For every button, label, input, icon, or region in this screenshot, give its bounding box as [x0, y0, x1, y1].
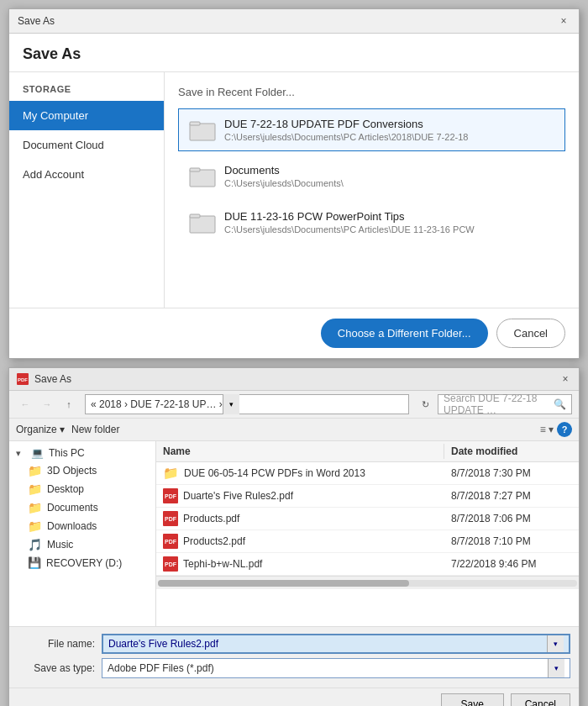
dialog2-cancel-button[interactable]: Cancel — [511, 693, 570, 706]
forward-button[interactable]: → — [38, 395, 56, 414]
save-label: Save — [460, 698, 483, 706]
pdf-icon-file1: PDF — [163, 488, 178, 503]
pdf-icon-file2: PDF — [163, 511, 178, 526]
file-table-header: Name Date modified — [156, 441, 579, 462]
col-date-header[interactable]: Date modified — [444, 444, 579, 459]
recent-folder-label: Save in Recent Folder... — [178, 86, 565, 98]
dialog2-titlebar-left: PDF Save As — [16, 372, 71, 386]
folder-name-1: Documents — [224, 164, 344, 176]
folder-path-1: C:\Users\julesds\Documents\ — [224, 178, 344, 188]
file-date-cell-0: 8/7/2018 7:30 PM — [444, 464, 579, 482]
file-date-cell-1: 8/7/2018 7:27 PM — [444, 487, 579, 505]
search-placeholder: Search DUE 7-22-18 UPDATE … — [444, 393, 554, 416]
nav-desktop[interactable]: 📁 Desktop — [9, 480, 155, 498]
horizontal-scrollbar[interactable] — [156, 576, 579, 589]
filename-input[interactable]: Duarte's Five Rules2.pdf ▾ — [102, 634, 570, 654]
file-row-3[interactable]: PDF Products2.pdf 8/7/2018 7:10 PM — [156, 530, 579, 553]
nav-downloads[interactable]: 📁 Downloads — [9, 517, 155, 535]
folder-icon-music: 🎵 — [28, 538, 42, 551]
folder-info-0: DUE 7-22-18 UPDATE PDF Conversions C:\Us… — [224, 118, 468, 142]
nav-this-pc[interactable]: ▾ 💻 This PC — [9, 445, 155, 461]
left-panel: ▾ 💻 This PC 📁 3D Objects 📁 Desktop 📁 Doc… — [9, 441, 156, 626]
view-icon-button[interactable]: ≡ ▾ — [540, 424, 554, 435]
right-panel: Name Date modified 📁 DUE 06-05-14 PCW PD… — [156, 441, 579, 626]
hscroll-thumb — [158, 580, 409, 587]
pdf-icon-file4: PDF — [163, 556, 178, 572]
dialog1-heading: Save As — [9, 34, 579, 72]
sidebar-item-add-account[interactable]: Add Account — [9, 160, 164, 189]
windows-save-as-dialog: PDF Save As × ← → ↑ « 2018 › DUE 7-22-18… — [8, 367, 580, 706]
filename-value: Duarte's Five Rules2.pdf — [108, 638, 547, 650]
svg-rect-0 — [190, 124, 215, 140]
address-dropdown-btn[interactable]: ▾ — [223, 394, 239, 414]
filetype-value: Adobe PDF Files (*.pdf) — [108, 662, 548, 674]
folder-path-0: C:\Users\julesds\Documents\PC Articles\2… — [224, 132, 468, 142]
dialog1-body: Storage My Computer Document Cloud Add A… — [9, 72, 579, 308]
nav-recovery[interactable]: 💾 RECOVERY (D:) — [9, 554, 155, 572]
nav-music[interactable]: 🎵 Music — [9, 535, 155, 554]
file-name-cell-0: 📁 DUE 06-05-14 PCW PDFs in Word 2013 — [156, 462, 444, 484]
choose-folder-button[interactable]: Choose a Different Folder... — [321, 319, 488, 348]
refresh-button[interactable]: ↻ — [416, 395, 434, 414]
filetype-input[interactable]: Adobe PDF Files (*.pdf) ▾ — [102, 658, 570, 678]
file-row-0[interactable]: 📁 DUE 06-05-14 PCW PDFs in Word 2013 8/7… — [156, 462, 579, 485]
svg-rect-5 — [190, 214, 200, 218]
file-name-cell-2: PDF Products.pdf — [156, 508, 444, 530]
nav-documents[interactable]: 📁 Documents — [9, 498, 155, 517]
dialog1-close-button[interactable]: × — [557, 14, 570, 28]
save-button[interactable]: Save — [441, 693, 504, 706]
svg-rect-4 — [190, 216, 215, 233]
address-bar-path: « 2018 › DUE 7-22-18 UP… › — [91, 398, 223, 410]
filename-dropdown[interactable]: ▾ — [547, 635, 564, 652]
address-bar[interactable]: « 2018 › DUE 7-22-18 UP… › ▾ — [85, 394, 409, 414]
sidebar-item-my-computer[interactable]: My Computer — [9, 101, 164, 130]
dialog2-close-button[interactable]: × — [559, 372, 572, 386]
dialog1-content-area: Save in Recent Folder... DUE 7-22-18 UPD… — [165, 72, 579, 308]
dialog2-main: ▾ 💻 This PC 📁 3D Objects 📁 Desktop 📁 Doc… — [9, 441, 579, 626]
dialog2-titlebar: PDF Save As × — [9, 368, 579, 391]
filetype-dropdown[interactable]: ▾ — [548, 659, 564, 677]
folder-icon-2 — [189, 210, 216, 234]
folder-icon-1 — [189, 164, 216, 187]
dialog1-cancel-button[interactable]: Cancel — [496, 319, 565, 348]
folder-info-2: DUE 11-23-16 PCW PowerPoint Tips C:\User… — [224, 210, 475, 234]
col-name-header[interactable]: Name — [156, 444, 444, 459]
hscroll-track — [158, 580, 577, 587]
sidebar-item-document-cloud[interactable]: Document Cloud — [9, 130, 164, 160]
dialog2-toolbar: ← → ↑ « 2018 › DUE 7-22-18 UP… › ▾ ↻ Sea… — [9, 391, 579, 419]
file-row-1[interactable]: PDF Duarte's Five Rules2.pdf 8/7/2018 7:… — [156, 485, 579, 508]
dialog2-actionbar: Organize ▾ New folder ≡ ▾ ? — [9, 419, 579, 441]
drive-icon: 💾 — [28, 556, 41, 569]
dialog1-titlebar: Save As × — [9, 9, 579, 34]
file-date-cell-3: 8/7/2018 7:10 PM — [444, 532, 579, 551]
up-button[interactable]: ↑ — [60, 395, 78, 414]
back-button[interactable]: ← — [16, 395, 34, 414]
file-date-cell-4: 7/22/2018 9:46 PM — [444, 555, 579, 573]
dialog1-title: Save As — [18, 15, 55, 27]
filename-row: File name: Duarte's Five Rules2.pdf ▾ — [18, 634, 570, 654]
folder-icon-3d: 📁 — [28, 464, 42, 477]
search-bar[interactable]: Search DUE 7-22-18 UPDATE … 🔍 — [438, 394, 572, 414]
help-button[interactable]: ? — [557, 422, 572, 437]
file-row-4[interactable]: PDF Tephi-b+w-NL.pdf 7/22/2018 9:46 PM — [156, 553, 579, 576]
folder-item-0[interactable]: DUE 7-22-18 UPDATE PDF Conversions C:\Us… — [178, 108, 565, 151]
folder-icon-desktop: 📁 — [28, 482, 42, 496]
dialog2-bottombar: File name: Duarte's Five Rules2.pdf ▾ Sa… — [9, 626, 579, 688]
folder-item-1[interactable]: Documents C:\Users\julesds\Documents\ — [178, 155, 565, 198]
folder-item-2[interactable]: DUE 11-23-16 PCW PowerPoint Tips C:\User… — [178, 201, 565, 244]
nav-3d-objects[interactable]: 📁 3D Objects — [9, 461, 155, 480]
folder-name-0: DUE 7-22-18 UPDATE PDF Conversions — [224, 118, 468, 130]
organize-button[interactable]: Organize ▾ — [16, 424, 65, 435]
file-row-2[interactable]: PDF Products.pdf 8/7/2018 7:06 PM — [156, 508, 579, 530]
adobe-save-as-dialog: Save As × Save As Storage My Computer Do… — [8, 8, 580, 359]
titlebar-pdf-icon: PDF — [16, 372, 29, 386]
folder-name-2: DUE 11-23-16 PCW PowerPoint Tips — [224, 210, 475, 223]
new-folder-button[interactable]: New folder — [71, 424, 119, 435]
file-name-cell-1: PDF Duarte's Five Rules2.pdf — [156, 485, 444, 507]
filetype-row: Save as type: Adobe PDF Files (*.pdf) ▾ — [18, 658, 570, 678]
expand-icon: ▾ — [16, 448, 26, 459]
search-icon: 🔍 — [554, 398, 566, 410]
folder-icon-downloads: 📁 — [28, 519, 42, 533]
filetype-label: Save as type: — [18, 662, 102, 674]
dialog1-sidebar: Storage My Computer Document Cloud Add A… — [9, 72, 165, 308]
